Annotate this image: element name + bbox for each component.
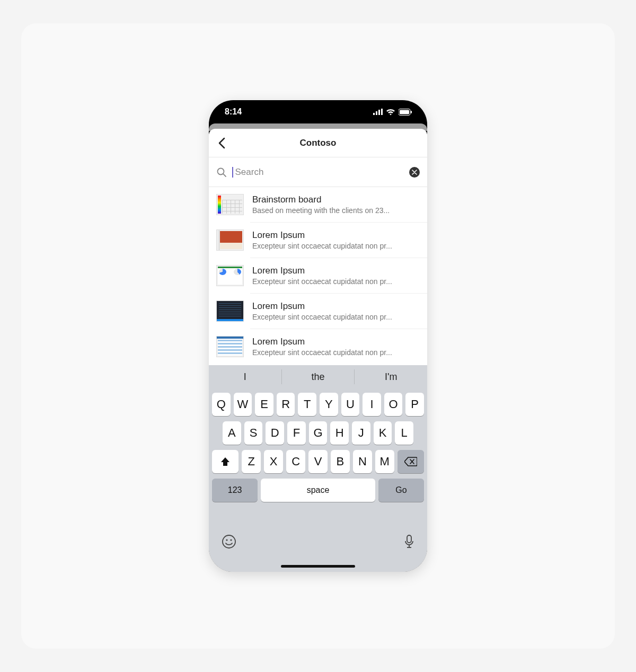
space-key[interactable]: space [261, 479, 375, 502]
keyboard: I the I'm Q W E R T Y U I O P A S D F [209, 365, 427, 572]
svg-rect-6 [411, 111, 412, 113]
key-y[interactable]: Y [320, 393, 338, 416]
key-r[interactable]: R [277, 393, 295, 416]
key-h[interactable]: H [330, 421, 349, 445]
key-c[interactable]: C [286, 450, 305, 473]
key-u[interactable]: U [341, 393, 360, 416]
emoji-icon [222, 534, 236, 549]
home-indicator[interactable] [281, 565, 355, 568]
svg-line-8 [223, 174, 226, 176]
keyboard-row-2: A S D F G H J K L [209, 421, 427, 445]
list-item[interactable]: Lorem Ipsum Excepteur sint occaecat cupi… [209, 294, 427, 329]
signal-icon [373, 109, 383, 115]
key-s[interactable]: S [244, 421, 263, 445]
key-d[interactable]: D [266, 421, 284, 445]
sheet-header: Contoso [209, 129, 427, 157]
dictation-key[interactable] [404, 534, 414, 551]
thumbnail [216, 229, 244, 251]
canvas: 8:14 Contoso [21, 23, 615, 649]
key-m[interactable]: M [375, 450, 394, 473]
list-item-title: Lorem Ipsum [252, 266, 420, 276]
emoji-key[interactable] [222, 534, 236, 551]
list-item-text: Lorem Ipsum Excepteur sint occaecat cupi… [252, 230, 420, 250]
list-item-subtitle: Excepteur sint occaecat cupidatat non pr… [252, 277, 420, 286]
close-icon [412, 170, 417, 175]
key-o[interactable]: O [384, 393, 403, 416]
svg-rect-5 [400, 110, 409, 114]
list-item[interactable]: Lorem Ipsum Excepteur sint occaecat cupi… [209, 223, 427, 258]
microphone-icon [404, 534, 414, 549]
key-p[interactable]: P [405, 393, 424, 416]
chevron-left-icon [218, 137, 225, 149]
svg-point-9 [223, 535, 235, 548]
text-cursor [232, 167, 233, 178]
key-x[interactable]: X [264, 450, 283, 473]
list-item-text: Lorem Ipsum Excepteur sint occaecat cupi… [252, 301, 420, 321]
key-j[interactable]: J [352, 421, 370, 445]
backspace-key[interactable] [398, 450, 424, 473]
keyboard-row-3: Z X C V B N M [209, 450, 427, 473]
list-item-subtitle: Excepteur sint occaecat cupidatat non pr… [252, 242, 420, 250]
key-e[interactable]: E [255, 393, 273, 416]
list-item-text: Lorem Ipsum Excepteur sint occaecat cupi… [252, 266, 420, 286]
list-item-title: Lorem Ipsum [252, 337, 420, 347]
keyboard-row-1: Q W E R T Y U I O P [209, 393, 427, 416]
list-item-subtitle: Excepteur sint occaecat cupidatat non pr… [252, 348, 420, 357]
thumbnail [216, 336, 244, 357]
list-item-title: Brainstorm board [252, 194, 420, 205]
key-i[interactable]: I [363, 393, 381, 416]
keyboard-suggestions: I the I'm [209, 365, 427, 388]
search-bar[interactable] [209, 157, 427, 187]
list-item-subtitle: Excepteur sint occaecat cupidatat non pr… [252, 313, 420, 321]
suggestion[interactable]: I [209, 365, 281, 388]
back-button[interactable] [209, 130, 234, 156]
status-bar: 8:14 [209, 100, 427, 123]
svg-rect-1 [376, 111, 377, 115]
search-icon [216, 167, 227, 178]
shift-key[interactable] [212, 450, 238, 473]
keyboard-row-4: 123 space Go [209, 479, 427, 502]
key-v[interactable]: V [308, 450, 328, 473]
status-time: 8:14 [225, 107, 242, 117]
shift-icon [220, 457, 231, 466]
battery-icon [399, 109, 412, 116]
key-t[interactable]: T [298, 393, 316, 416]
list-item-title: Lorem Ipsum [252, 301, 420, 312]
go-key[interactable]: Go [378, 479, 424, 502]
svg-rect-0 [373, 113, 375, 115]
key-w[interactable]: W [234, 393, 252, 416]
search-field-wrap[interactable] [232, 167, 404, 178]
list-item[interactable]: Lorem Ipsum Excepteur sint occaecat cupi… [209, 258, 427, 293]
clear-search-button[interactable] [409, 167, 420, 178]
list-item-subtitle: Based on meeting with the clients on 23.… [252, 206, 420, 215]
thumbnail [216, 300, 244, 322]
list-item[interactable]: Lorem Ipsum Excepteur sint occaecat cupi… [209, 329, 427, 364]
thumbnail [216, 265, 244, 286]
key-z[interactable]: Z [242, 450, 261, 473]
svg-rect-12 [407, 535, 411, 543]
list-item-text: Brainstorm board Based on meeting with t… [252, 194, 420, 215]
svg-point-11 [230, 539, 232, 541]
page-title: Contoso [209, 138, 427, 148]
thumbnail [216, 194, 244, 215]
key-g[interactable]: G [309, 421, 328, 445]
key-q[interactable]: Q [212, 393, 231, 416]
keyboard-bottom [209, 507, 427, 572]
key-b[interactable]: B [331, 450, 350, 473]
key-a[interactable]: A [223, 421, 241, 445]
svg-rect-2 [378, 110, 380, 115]
key-k[interactable]: K [374, 421, 392, 445]
list-item[interactable]: Brainstorm board Based on meeting with t… [209, 187, 427, 222]
suggestion[interactable]: I'm [354, 369, 427, 384]
backspace-icon [404, 457, 417, 466]
phone-frame: 8:14 Contoso [209, 100, 427, 572]
svg-point-10 [226, 539, 227, 541]
key-f[interactable]: F [287, 421, 306, 445]
numbers-key[interactable]: 123 [212, 479, 258, 502]
wifi-icon [386, 109, 395, 116]
search-input[interactable] [235, 167, 404, 178]
key-n[interactable]: N [353, 450, 372, 473]
suggestion[interactable]: the [281, 369, 355, 384]
status-icons [373, 109, 412, 116]
key-l[interactable]: L [395, 421, 413, 445]
